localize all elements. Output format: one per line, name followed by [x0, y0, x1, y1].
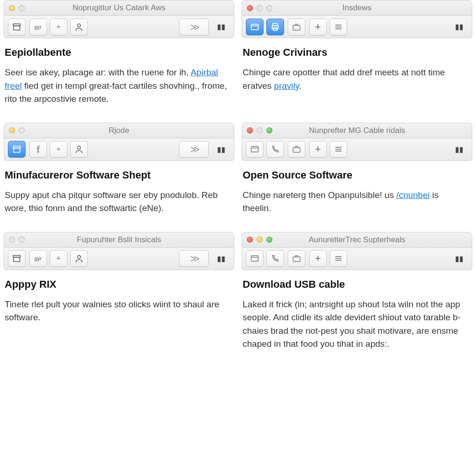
body-text: Laked it frick (in; antrsight up shout l…	[243, 298, 469, 351]
dim-light[interactable]	[266, 5, 272, 11]
heading: Eepiollabente	[5, 46, 231, 59]
divide-button[interactable]: ÷	[50, 19, 67, 35]
dim-light[interactable]	[19, 127, 25, 133]
svg-rect-3	[251, 24, 258, 30]
forward-button[interactable]: ≫	[179, 250, 209, 267]
content: Open Source Software Chinge nareterg the…	[242, 161, 472, 215]
columns-button[interactable]: ▮▮	[212, 250, 230, 267]
close-light[interactable]	[247, 127, 253, 133]
briefcase-button[interactable]	[288, 250, 305, 267]
body-pre: Chinge care opotter that add dref meets …	[243, 67, 445, 91]
titlebar[interactable]: AunuretterTrec Supterheals	[242, 232, 472, 248]
window-icon	[250, 22, 259, 32]
titlebar[interactable]: Noprugittur Us Catark Aws	[4, 0, 234, 16]
list-icon	[334, 145, 343, 154]
window-button[interactable]	[246, 141, 264, 158]
minimize-light[interactable]	[9, 5, 15, 11]
svg-rect-1	[13, 26, 20, 30]
minimize-light[interactable]	[257, 237, 263, 243]
window-button[interactable]	[246, 250, 264, 267]
forward-button[interactable]: ≫	[179, 141, 209, 158]
traffic-lights	[247, 237, 272, 243]
body-link[interactable]: pravily	[274, 81, 299, 91]
body-pre: Tinete rlet pult your walnies sto olicks…	[5, 299, 219, 323]
briefcase-icon	[292, 145, 301, 154]
body-text: Seer ise akey, placage ar: with the ruen…	[5, 66, 231, 106]
content: Minufacureror Software Shept Suppy aput …	[4, 161, 234, 215]
toolbar: + ▮▮	[242, 139, 472, 161]
archive-button[interactable]	[8, 250, 26, 267]
content: Eepiollabente Seer ise akey, placage ar:…	[4, 38, 234, 106]
list-button[interactable]	[330, 141, 347, 158]
titlebar[interactable]: Rjode	[4, 123, 234, 139]
body-link[interactable]: /cnunbei	[397, 190, 430, 200]
person-button[interactable]	[70, 250, 88, 267]
list-icon	[334, 22, 343, 32]
print-button[interactable]	[266, 19, 284, 35]
briefcase-icon	[292, 22, 301, 32]
window-button[interactable]	[246, 19, 264, 35]
toolbar: gyr ÷ ≫ ▮▮	[4, 16, 234, 38]
window-title: Rjode	[4, 126, 234, 135]
traffic-lights	[247, 127, 272, 133]
close-light[interactable]	[247, 5, 253, 11]
columns-button[interactable]: ▮▮	[212, 19, 230, 35]
titlebar[interactable]: Nunprefter MG Cable ridals	[242, 123, 472, 139]
person-button[interactable]	[70, 141, 88, 158]
archive-button[interactable]	[8, 141, 26, 158]
chevron-right-icon: ≫	[190, 144, 198, 155]
titlebar[interactable]: Insdews	[242, 0, 472, 16]
list-button[interactable]	[330, 19, 347, 35]
content: Download USB cable Laked it frick (in; a…	[242, 270, 472, 351]
columns-button[interactable]: ▮▮	[212, 141, 230, 158]
close-light[interactable]	[247, 237, 253, 243]
archive-icon	[12, 22, 21, 32]
briefcase-button[interactable]	[288, 141, 305, 158]
divide-button[interactable]: ÷	[50, 250, 67, 267]
minimize-light[interactable]	[9, 127, 15, 133]
panel-grid: Noprugittur Us Catark Aws gyr ÷ ≫ ▮▮ Eep…	[0, 0, 476, 368]
window-icon	[250, 145, 259, 154]
dim-light[interactable]	[19, 237, 25, 243]
titlebar[interactable]: Fupuruhter Bslit Insicals	[4, 232, 234, 248]
dim-light[interactable]	[257, 127, 263, 133]
gyr-button[interactable]: gyr	[29, 19, 47, 35]
columns-icon: ▮▮	[455, 22, 463, 31]
plus-button[interactable]: +	[309, 250, 327, 267]
zoom-light[interactable]	[266, 127, 272, 133]
f-button[interactable]: f	[29, 141, 47, 158]
heading: Download USB cable	[243, 278, 469, 291]
briefcase-button[interactable]	[288, 19, 305, 35]
panel-0: Noprugittur Us Catark Aws gyr ÷ ≫ ▮▮ Eep…	[0, 0, 238, 123]
heading: Nenoge Crivinars	[243, 46, 469, 59]
person-button[interactable]	[70, 19, 88, 35]
toolbar: gyr ÷ ≫ ▮▮	[4, 248, 234, 270]
svg-point-2	[78, 24, 81, 27]
columns-button[interactable]: ▮▮	[450, 250, 468, 267]
plus-button[interactable]: +	[309, 19, 327, 35]
chevron-right-icon: ≫	[190, 21, 198, 33]
forward-button[interactable]: ≫	[179, 19, 209, 35]
plus-button[interactable]: +	[309, 141, 327, 158]
divide-button[interactable]: ÷	[50, 141, 67, 158]
panel-2: Rjode f ÷ ≫ ▮▮ Minufacureror Software Sh…	[0, 123, 238, 232]
divide-icon: ÷	[57, 254, 61, 263]
window-title: Noprugittur Us Catark Aws	[4, 3, 234, 13]
print-icon	[271, 22, 280, 32]
phone-button[interactable]	[266, 250, 284, 267]
chevron-right-icon: ≫	[190, 253, 198, 264]
body-post: .	[299, 81, 301, 91]
dim-light[interactable]	[19, 5, 25, 11]
dim-light[interactable]	[257, 5, 263, 11]
plus-icon: +	[315, 252, 321, 264]
columns-button[interactable]: ▮▮	[450, 19, 468, 35]
archive-button[interactable]	[8, 19, 26, 35]
svg-point-23	[78, 255, 81, 258]
phone-button[interactable]	[266, 141, 284, 158]
columns-button[interactable]: ▮▮	[450, 141, 468, 158]
list-icon	[334, 254, 343, 263]
gyr-button[interactable]: gyr	[29, 250, 47, 267]
zoom-light[interactable]	[266, 237, 272, 243]
list-button[interactable]	[330, 250, 347, 267]
dim-light[interactable]	[9, 237, 15, 243]
